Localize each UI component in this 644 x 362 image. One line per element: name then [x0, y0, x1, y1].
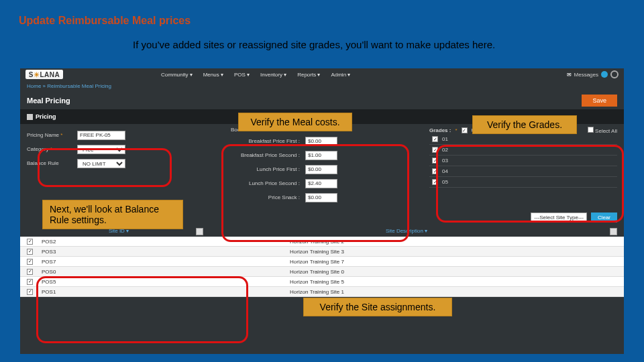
th-sort2-icon[interactable] [610, 228, 617, 235]
select-all-checkbox[interactable] [588, 127, 594, 133]
callout-balance: Next, we'll look at Balance Rule setting… [42, 200, 183, 229]
main-menu: Community ▾ Menus ▾ POS ▾ Inventory ▾ Re… [157, 70, 354, 79]
row-checkbox[interactable]: ✓ [27, 239, 33, 245]
row-id: POS7 [42, 259, 209, 265]
daily-entry-checkbox[interactable]: ✓ [462, 127, 468, 133]
row-id: POS0 [42, 269, 209, 275]
callout-sites: Verify the Site assignments. [303, 298, 452, 316]
row-desc: Horizon Training Site 1 [209, 289, 617, 295]
breadcrumb[interactable]: Home » Reimbursable Meal Pricing [20, 80, 624, 92]
row-desc: Horizon Training Site 5 [209, 279, 617, 285]
gear-icon[interactable] [610, 70, 619, 78]
row-desc: Horizon Training Site 3 [209, 249, 617, 255]
pricing-name-input[interactable] [77, 131, 125, 140]
menu-reports[interactable]: Reports ▾ [293, 70, 324, 79]
table-row: ✓POS0Horizon Training Site 0 [20, 267, 624, 277]
page-title: Meal Pricing [27, 97, 70, 105]
row-checkbox[interactable]: ✓ [27, 289, 33, 295]
highlight-pricing [38, 148, 172, 187]
highlight-meals [221, 144, 409, 242]
messages-badge[interactable] [601, 71, 608, 78]
callout-costs: Verify the Meal costs. [238, 113, 352, 131]
collapse-icon[interactable] [27, 114, 33, 120]
menu-community[interactable]: Community ▾ [157, 70, 197, 79]
pricing-name-label: Pricing Name * [27, 132, 77, 138]
slide-subtitle: If you've added sites or reassigned site… [0, 27, 644, 57]
messages-label[interactable]: Messages [574, 72, 598, 78]
menu-admin[interactable]: Admin ▾ [327, 70, 354, 79]
table-row: ✓POS7Horizon Training Site 7 [20, 257, 624, 267]
select-all-label: Select All [595, 128, 617, 134]
save-button[interactable]: Save [582, 95, 617, 107]
menu-pos[interactable]: POS ▾ [230, 70, 254, 79]
callout-grades: Verify the Grades. [472, 115, 577, 134]
menu-inventory[interactable]: Inventory ▾ [256, 70, 290, 79]
grade-checkbox[interactable]: ✓ [432, 136, 438, 142]
grade-item: 01 [442, 136, 448, 142]
row-checkbox[interactable]: ✓ [27, 279, 33, 285]
highlight-grades [436, 145, 624, 223]
bf-first-label: Breakfast Price First : [228, 138, 305, 144]
table-row: ✓POS3Horizon Training Site 3 [20, 247, 624, 257]
row-id: POS3 [42, 249, 209, 255]
row-id: POS2 [42, 239, 209, 245]
menu-menus[interactable]: Menus ▾ [199, 70, 227, 79]
row-desc: Horizon Training Site 0 [209, 269, 617, 275]
grades-label: Grades : [429, 127, 451, 133]
th-sort1-icon[interactable] [196, 228, 203, 235]
highlight-sites [36, 276, 248, 343]
row-checkbox[interactable]: ✓ [27, 249, 33, 255]
topbar: S☀LANA Community ▾ Menus ▾ POS ▾ Invento… [20, 68, 624, 80]
row-checkbox[interactable]: ✓ [27, 269, 33, 275]
row-desc: Horizon Training Site 7 [209, 259, 617, 265]
row-checkbox[interactable]: ✓ [27, 259, 33, 265]
slide-title: Update Reimbursable Meal prices [0, 0, 644, 27]
logo: S☀LANA [25, 70, 63, 79]
